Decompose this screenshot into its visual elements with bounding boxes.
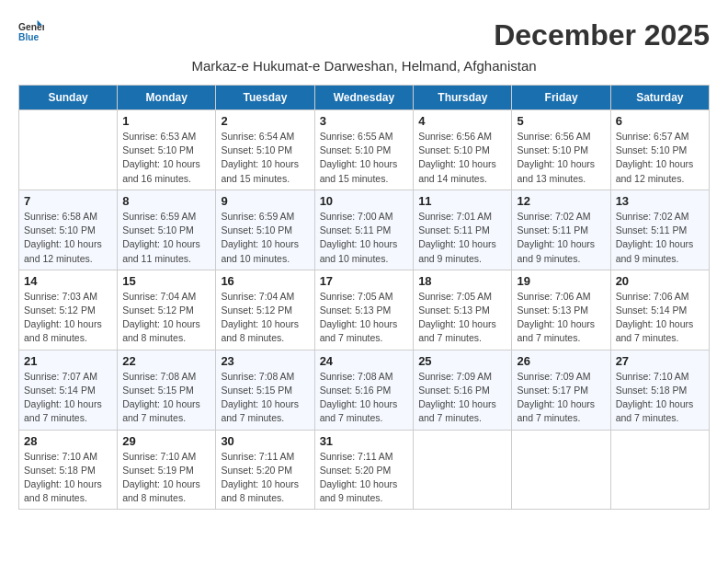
day-number: 29	[122, 434, 210, 448]
day-number: 18	[418, 274, 506, 288]
day-number: 13	[616, 194, 704, 208]
day-info: Sunrise: 7:10 AMSunset: 5:18 PMDaylight:…	[616, 370, 704, 426]
day-info: Sunrise: 6:54 AMSunset: 5:10 PMDaylight:…	[221, 130, 309, 186]
day-number: 30	[221, 434, 309, 448]
weekday-header-thursday: Thursday	[414, 86, 512, 110]
day-number: 14	[24, 274, 112, 288]
day-info: Sunrise: 6:58 AMSunset: 5:10 PMDaylight:…	[24, 210, 112, 266]
day-number: 9	[221, 194, 309, 208]
day-info: Sunrise: 6:56 AMSunset: 5:10 PMDaylight:…	[418, 130, 506, 186]
calendar-cell: 16Sunrise: 7:04 AMSunset: 5:12 PMDayligh…	[216, 270, 314, 350]
calendar-cell: 12Sunrise: 7:02 AMSunset: 5:11 PMDayligh…	[512, 190, 610, 270]
day-info: Sunrise: 7:02 AMSunset: 5:11 PMDaylight:…	[616, 210, 704, 266]
day-info: Sunrise: 7:07 AMSunset: 5:14 PMDaylight:…	[24, 370, 112, 426]
calendar-cell: 28Sunrise: 7:10 AMSunset: 5:18 PMDayligh…	[19, 430, 118, 510]
weekday-header-monday: Monday	[118, 86, 216, 110]
page-subtitle: Markaz-e Hukumat-e Darweshan, Helmand, A…	[18, 58, 710, 74]
day-info: Sunrise: 7:11 AMSunset: 5:20 PMDaylight:…	[320, 450, 409, 506]
day-info: Sunrise: 7:09 AMSunset: 5:17 PMDaylight:…	[517, 370, 605, 426]
calendar-week-row: 21Sunrise: 7:07 AMSunset: 5:14 PMDayligh…	[19, 350, 710, 430]
day-number: 12	[517, 194, 605, 208]
day-number: 21	[24, 354, 112, 368]
day-number: 8	[122, 194, 210, 208]
day-info: Sunrise: 6:59 AMSunset: 5:10 PMDaylight:…	[221, 210, 309, 266]
day-info: Sunrise: 7:08 AMSunset: 5:16 PMDaylight:…	[320, 370, 409, 426]
weekday-header-friday: Friday	[512, 86, 610, 110]
day-number: 3	[320, 114, 409, 128]
calendar-cell: 24Sunrise: 7:08 AMSunset: 5:16 PMDayligh…	[314, 350, 414, 430]
calendar-cell	[414, 430, 512, 510]
weekday-header-tuesday: Tuesday	[216, 86, 314, 110]
day-info: Sunrise: 7:09 AMSunset: 5:16 PMDaylight:…	[418, 370, 506, 426]
day-info: Sunrise: 7:10 AMSunset: 5:18 PMDaylight:…	[24, 450, 112, 506]
calendar-cell: 26Sunrise: 7:09 AMSunset: 5:17 PMDayligh…	[512, 350, 610, 430]
calendar-cell: 1Sunrise: 6:53 AMSunset: 5:10 PMDaylight…	[118, 110, 216, 190]
page-title: December 2025	[494, 18, 710, 52]
day-number: 28	[24, 434, 112, 448]
calendar-week-row: 28Sunrise: 7:10 AMSunset: 5:18 PMDayligh…	[19, 430, 710, 510]
svg-text:Blue: Blue	[18, 32, 40, 42]
calendar-cell: 7Sunrise: 6:58 AMSunset: 5:10 PMDaylight…	[19, 190, 118, 270]
calendar-cell: 20Sunrise: 7:06 AMSunset: 5:14 PMDayligh…	[610, 270, 709, 350]
day-number: 17	[320, 274, 409, 288]
day-info: Sunrise: 6:59 AMSunset: 5:10 PMDaylight:…	[122, 210, 210, 266]
calendar-cell: 31Sunrise: 7:11 AMSunset: 5:20 PMDayligh…	[314, 430, 414, 510]
day-info: Sunrise: 7:11 AMSunset: 5:20 PMDaylight:…	[221, 450, 309, 506]
day-info: Sunrise: 7:04 AMSunset: 5:12 PMDaylight:…	[221, 290, 309, 346]
day-info: Sunrise: 7:00 AMSunset: 5:11 PMDaylight:…	[320, 210, 409, 266]
day-info: Sunrise: 7:04 AMSunset: 5:12 PMDaylight:…	[122, 290, 210, 346]
day-number: 23	[221, 354, 309, 368]
calendar-cell: 17Sunrise: 7:05 AMSunset: 5:13 PMDayligh…	[314, 270, 414, 350]
calendar-cell: 29Sunrise: 7:10 AMSunset: 5:19 PMDayligh…	[118, 430, 216, 510]
calendar-cell: 5Sunrise: 6:56 AMSunset: 5:10 PMDaylight…	[512, 110, 610, 190]
day-number: 25	[418, 354, 506, 368]
calendar-cell: 22Sunrise: 7:08 AMSunset: 5:15 PMDayligh…	[118, 350, 216, 430]
day-info: Sunrise: 7:06 AMSunset: 5:13 PMDaylight:…	[517, 290, 605, 346]
day-info: Sunrise: 7:02 AMSunset: 5:11 PMDaylight:…	[517, 210, 605, 266]
day-number: 6	[616, 114, 704, 128]
calendar-cell: 3Sunrise: 6:55 AMSunset: 5:10 PMDaylight…	[314, 110, 414, 190]
day-info: Sunrise: 7:10 AMSunset: 5:19 PMDaylight:…	[122, 450, 210, 506]
day-info: Sunrise: 7:05 AMSunset: 5:13 PMDaylight:…	[418, 290, 506, 346]
day-number: 20	[616, 274, 704, 288]
page-container: General Blue December 2025 Markaz-e Huku…	[18, 18, 710, 510]
calendar-cell: 18Sunrise: 7:05 AMSunset: 5:13 PMDayligh…	[414, 270, 512, 350]
calendar-cell: 14Sunrise: 7:03 AMSunset: 5:12 PMDayligh…	[19, 270, 118, 350]
day-info: Sunrise: 6:57 AMSunset: 5:10 PMDaylight:…	[616, 130, 704, 186]
calendar-cell: 4Sunrise: 6:56 AMSunset: 5:10 PMDaylight…	[414, 110, 512, 190]
day-number: 7	[24, 194, 112, 208]
day-info: Sunrise: 7:01 AMSunset: 5:11 PMDaylight:…	[418, 210, 506, 266]
day-number: 19	[517, 274, 605, 288]
calendar-cell: 2Sunrise: 6:54 AMSunset: 5:10 PMDaylight…	[216, 110, 314, 190]
calendar-cell	[19, 110, 118, 190]
weekday-header-wednesday: Wednesday	[314, 86, 414, 110]
day-info: Sunrise: 7:06 AMSunset: 5:14 PMDaylight:…	[616, 290, 704, 346]
day-number: 4	[418, 114, 506, 128]
weekday-header-row: SundayMondayTuesdayWednesdayThursdayFrid…	[19, 86, 710, 110]
calendar-cell: 10Sunrise: 7:00 AMSunset: 5:11 PMDayligh…	[314, 190, 414, 270]
day-info: Sunrise: 6:56 AMSunset: 5:10 PMDaylight:…	[517, 130, 605, 186]
calendar-cell: 13Sunrise: 7:02 AMSunset: 5:11 PMDayligh…	[610, 190, 709, 270]
calendar-cell: 8Sunrise: 6:59 AMSunset: 5:10 PMDaylight…	[118, 190, 216, 270]
calendar-cell	[610, 430, 709, 510]
calendar-table: SundayMondayTuesdayWednesdayThursdayFrid…	[18, 85, 710, 510]
weekday-header-saturday: Saturday	[610, 86, 709, 110]
day-number: 26	[517, 354, 605, 368]
day-number: 10	[320, 194, 409, 208]
day-number: 11	[418, 194, 506, 208]
logo: General Blue	[18, 18, 48, 44]
calendar-cell: 6Sunrise: 6:57 AMSunset: 5:10 PMDaylight…	[610, 110, 709, 190]
calendar-cell: 25Sunrise: 7:09 AMSunset: 5:16 PMDayligh…	[414, 350, 512, 430]
calendar-week-row: 14Sunrise: 7:03 AMSunset: 5:12 PMDayligh…	[19, 270, 710, 350]
calendar-cell: 19Sunrise: 7:06 AMSunset: 5:13 PMDayligh…	[512, 270, 610, 350]
day-number: 31	[320, 434, 409, 448]
day-number: 16	[221, 274, 309, 288]
day-info: Sunrise: 7:08 AMSunset: 5:15 PMDaylight:…	[221, 370, 309, 426]
day-info: Sunrise: 7:05 AMSunset: 5:13 PMDaylight:…	[320, 290, 409, 346]
day-info: Sunrise: 6:53 AMSunset: 5:10 PMDaylight:…	[122, 130, 210, 186]
calendar-cell: 15Sunrise: 7:04 AMSunset: 5:12 PMDayligh…	[118, 270, 216, 350]
day-number: 27	[616, 354, 704, 368]
calendar-cell: 27Sunrise: 7:10 AMSunset: 5:18 PMDayligh…	[610, 350, 709, 430]
calendar-cell: 11Sunrise: 7:01 AMSunset: 5:11 PMDayligh…	[414, 190, 512, 270]
calendar-week-row: 1Sunrise: 6:53 AMSunset: 5:10 PMDaylight…	[19, 110, 710, 190]
